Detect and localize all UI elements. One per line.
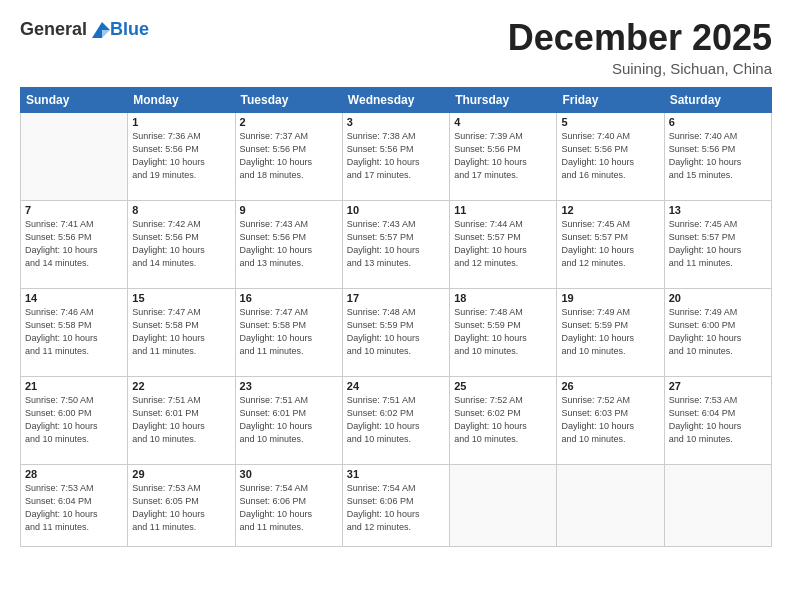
table-row: 5Sunrise: 7:40 AMSunset: 5:56 PMDaylight…: [557, 112, 664, 200]
day-info: Sunrise: 7:43 AMSunset: 5:56 PMDaylight:…: [240, 218, 338, 270]
table-row: 6Sunrise: 7:40 AMSunset: 5:56 PMDaylight…: [664, 112, 771, 200]
day-info: Sunrise: 7:49 AMSunset: 5:59 PMDaylight:…: [561, 306, 659, 358]
weekday-header-row: Sunday Monday Tuesday Wednesday Thursday…: [21, 87, 772, 112]
day-info: Sunrise: 7:44 AMSunset: 5:57 PMDaylight:…: [454, 218, 552, 270]
table-row: 13Sunrise: 7:45 AMSunset: 5:57 PMDayligh…: [664, 200, 771, 288]
day-info: Sunrise: 7:40 AMSunset: 5:56 PMDaylight:…: [561, 130, 659, 182]
header-tuesday: Tuesday: [235, 87, 342, 112]
table-row: 23Sunrise: 7:51 AMSunset: 6:01 PMDayligh…: [235, 376, 342, 464]
day-info: Sunrise: 7:43 AMSunset: 5:57 PMDaylight:…: [347, 218, 445, 270]
day-info: Sunrise: 7:54 AMSunset: 6:06 PMDaylight:…: [347, 482, 445, 534]
day-info: Sunrise: 7:41 AMSunset: 5:56 PMDaylight:…: [25, 218, 123, 270]
logo-blue: Blue: [110, 19, 149, 40]
day-info: Sunrise: 7:47 AMSunset: 5:58 PMDaylight:…: [240, 306, 338, 358]
day-number: 24: [347, 380, 445, 392]
day-number: 13: [669, 204, 767, 216]
table-row: 12Sunrise: 7:45 AMSunset: 5:57 PMDayligh…: [557, 200, 664, 288]
day-number: 5: [561, 116, 659, 128]
day-number: 20: [669, 292, 767, 304]
day-number: 27: [669, 380, 767, 392]
table-row: [557, 464, 664, 546]
day-number: 7: [25, 204, 123, 216]
day-info: Sunrise: 7:49 AMSunset: 6:00 PMDaylight:…: [669, 306, 767, 358]
table-row: 22Sunrise: 7:51 AMSunset: 6:01 PMDayligh…: [128, 376, 235, 464]
day-number: 1: [132, 116, 230, 128]
header-wednesday: Wednesday: [342, 87, 449, 112]
table-row: 3Sunrise: 7:38 AMSunset: 5:56 PMDaylight…: [342, 112, 449, 200]
day-number: 16: [240, 292, 338, 304]
day-number: 3: [347, 116, 445, 128]
table-row: 17Sunrise: 7:48 AMSunset: 5:59 PMDayligh…: [342, 288, 449, 376]
day-number: 4: [454, 116, 552, 128]
header-sunday: Sunday: [21, 87, 128, 112]
table-row: [664, 464, 771, 546]
table-row: 28Sunrise: 7:53 AMSunset: 6:04 PMDayligh…: [21, 464, 128, 546]
day-info: Sunrise: 7:51 AMSunset: 6:01 PMDaylight:…: [132, 394, 230, 446]
table-row: 1Sunrise: 7:36 AMSunset: 5:56 PMDaylight…: [128, 112, 235, 200]
calendar-table: Sunday Monday Tuesday Wednesday Thursday…: [20, 87, 772, 547]
day-info: Sunrise: 7:51 AMSunset: 6:02 PMDaylight:…: [347, 394, 445, 446]
day-info: Sunrise: 7:51 AMSunset: 6:01 PMDaylight:…: [240, 394, 338, 446]
day-info: Sunrise: 7:42 AMSunset: 5:56 PMDaylight:…: [132, 218, 230, 270]
table-row: 11Sunrise: 7:44 AMSunset: 5:57 PMDayligh…: [450, 200, 557, 288]
table-row: 21Sunrise: 7:50 AMSunset: 6:00 PMDayligh…: [21, 376, 128, 464]
table-row: 27Sunrise: 7:53 AMSunset: 6:04 PMDayligh…: [664, 376, 771, 464]
day-info: Sunrise: 7:53 AMSunset: 6:05 PMDaylight:…: [132, 482, 230, 534]
table-row: 16Sunrise: 7:47 AMSunset: 5:58 PMDayligh…: [235, 288, 342, 376]
day-number: 19: [561, 292, 659, 304]
table-row: [21, 112, 128, 200]
day-number: 10: [347, 204, 445, 216]
day-number: 29: [132, 468, 230, 480]
day-number: 23: [240, 380, 338, 392]
day-number: 26: [561, 380, 659, 392]
day-number: 18: [454, 292, 552, 304]
logo-icon: [88, 20, 110, 40]
day-number: 12: [561, 204, 659, 216]
table-row: 24Sunrise: 7:51 AMSunset: 6:02 PMDayligh…: [342, 376, 449, 464]
table-row: 25Sunrise: 7:52 AMSunset: 6:02 PMDayligh…: [450, 376, 557, 464]
table-row: 4Sunrise: 7:39 AMSunset: 5:56 PMDaylight…: [450, 112, 557, 200]
day-number: 2: [240, 116, 338, 128]
title-section: December 2025 Suining, Sichuan, China: [508, 18, 772, 77]
table-row: [450, 464, 557, 546]
day-number: 22: [132, 380, 230, 392]
calendar-page: General Blue December 2025 Suining, Sich…: [0, 0, 792, 612]
month-title: December 2025: [508, 18, 772, 58]
day-info: Sunrise: 7:54 AMSunset: 6:06 PMDaylight:…: [240, 482, 338, 534]
day-info: Sunrise: 7:38 AMSunset: 5:56 PMDaylight:…: [347, 130, 445, 182]
day-info: Sunrise: 7:45 AMSunset: 5:57 PMDaylight:…: [561, 218, 659, 270]
day-info: Sunrise: 7:46 AMSunset: 5:58 PMDaylight:…: [25, 306, 123, 358]
day-info: Sunrise: 7:53 AMSunset: 6:04 PMDaylight:…: [669, 394, 767, 446]
day-info: Sunrise: 7:47 AMSunset: 5:58 PMDaylight:…: [132, 306, 230, 358]
table-row: 30Sunrise: 7:54 AMSunset: 6:06 PMDayligh…: [235, 464, 342, 546]
table-row: 18Sunrise: 7:48 AMSunset: 5:59 PMDayligh…: [450, 288, 557, 376]
logo: General Blue: [20, 18, 149, 41]
logo-general: General: [20, 19, 87, 40]
table-row: 2Sunrise: 7:37 AMSunset: 5:56 PMDaylight…: [235, 112, 342, 200]
day-number: 25: [454, 380, 552, 392]
table-row: 29Sunrise: 7:53 AMSunset: 6:05 PMDayligh…: [128, 464, 235, 546]
table-row: 31Sunrise: 7:54 AMSunset: 6:06 PMDayligh…: [342, 464, 449, 546]
header-saturday: Saturday: [664, 87, 771, 112]
header-monday: Monday: [128, 87, 235, 112]
day-info: Sunrise: 7:52 AMSunset: 6:02 PMDaylight:…: [454, 394, 552, 446]
header-thursday: Thursday: [450, 87, 557, 112]
day-info: Sunrise: 7:37 AMSunset: 5:56 PMDaylight:…: [240, 130, 338, 182]
day-info: Sunrise: 7:40 AMSunset: 5:56 PMDaylight:…: [669, 130, 767, 182]
day-number: 17: [347, 292, 445, 304]
day-info: Sunrise: 7:48 AMSunset: 5:59 PMDaylight:…: [347, 306, 445, 358]
day-number: 31: [347, 468, 445, 480]
day-info: Sunrise: 7:52 AMSunset: 6:03 PMDaylight:…: [561, 394, 659, 446]
header: General Blue December 2025 Suining, Sich…: [20, 18, 772, 77]
day-number: 28: [25, 468, 123, 480]
day-info: Sunrise: 7:48 AMSunset: 5:59 PMDaylight:…: [454, 306, 552, 358]
day-number: 9: [240, 204, 338, 216]
table-row: 26Sunrise: 7:52 AMSunset: 6:03 PMDayligh…: [557, 376, 664, 464]
day-number: 30: [240, 468, 338, 480]
day-info: Sunrise: 7:39 AMSunset: 5:56 PMDaylight:…: [454, 130, 552, 182]
header-friday: Friday: [557, 87, 664, 112]
table-row: 10Sunrise: 7:43 AMSunset: 5:57 PMDayligh…: [342, 200, 449, 288]
day-info: Sunrise: 7:53 AMSunset: 6:04 PMDaylight:…: [25, 482, 123, 534]
day-info: Sunrise: 7:50 AMSunset: 6:00 PMDaylight:…: [25, 394, 123, 446]
table-row: 8Sunrise: 7:42 AMSunset: 5:56 PMDaylight…: [128, 200, 235, 288]
